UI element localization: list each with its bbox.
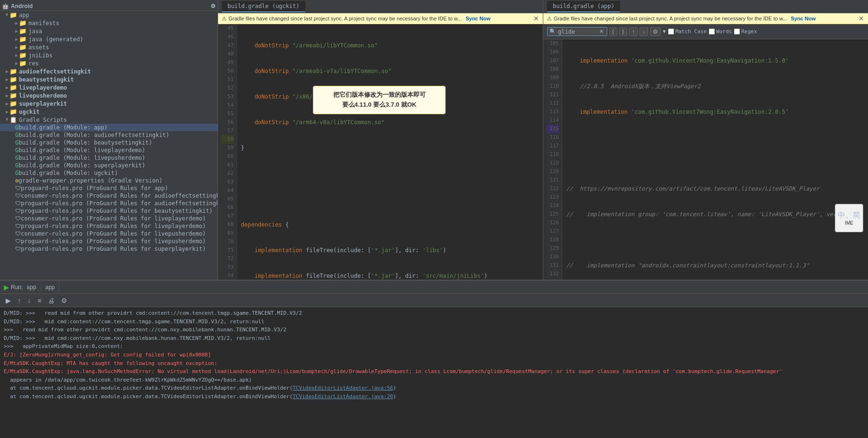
sync-now-button[interactable]: Sync Now — [466, 16, 491, 21]
run-tab[interactable]: ▶ Run: app | app — [0, 281, 59, 293]
sidebar-item-proguard-super[interactable]: 🛡 proguard-rules.pro (ProGuard Rules for… — [0, 245, 218, 253]
sidebar-item-build-ugc[interactable]: G build.gradle (Module: ugckit) — [0, 169, 218, 177]
tab-build-gradle-ugckit[interactable]: build.gradle (ugckit) — [222, 1, 305, 12]
regex-label: Regex — [741, 28, 757, 35]
soft-wrap-button[interactable]: ≡ — [36, 296, 43, 305]
sidebar-item-proguard-beauty[interactable]: 🛡 proguard-rules.pro (ProGuard Rules for… — [0, 207, 218, 215]
scroll-up-button[interactable]: ↑ — [16, 296, 23, 305]
code-line: // https://mvnrepository.com/artifact/co… — [566, 184, 864, 193]
words-option[interactable]: Words — [709, 28, 732, 35]
sidebar-item-consumer-livepush[interactable]: 🛡 consumer-rules.pro (ProGuard Rules for… — [0, 230, 218, 237]
sidebar-item-label: assets — [28, 44, 49, 51]
sidebar-item-label: java (generated) — [28, 36, 83, 43]
line-numbers-right: 105 106 107 108 109 110 111 112 113 114 … — [543, 39, 562, 280]
sidebar-item-build-audio[interactable]: G build.gradle (Module: audioeffectsetti… — [0, 131, 218, 139]
sidebar-item-manifests[interactable]: ▶ 📁 manifests — [0, 19, 218, 27]
tab-build-gradle-app[interactable]: build.gradle (app) — [547, 1, 620, 12]
words-checkbox[interactable] — [709, 28, 715, 35]
close-warning-right-button[interactable]: ✕ — [859, 15, 864, 22]
sidebar-item-label: app — [19, 12, 29, 18]
arrow-icon: ▶ — [15, 20, 18, 26]
sidebar-item-java-gen[interactable]: ▶ 📁 java (generated) — [0, 35, 218, 43]
search-prev-occurrence-button[interactable]: ⟨ — [609, 27, 617, 36]
log-line: >>> appPrivateMidMap size:0,content: — [4, 342, 864, 351]
match-case-checkbox[interactable] — [668, 28, 674, 35]
search-settings-button[interactable]: ⚙ — [650, 27, 661, 36]
sidebar-item-proguard-audio[interactable]: 🛡 proguard-rules.pro (ProGuard Rules for… — [0, 200, 218, 207]
sidebar-item-proguard-app[interactable]: 🛡 proguard-rules.pro (ProGuard Rules for… — [0, 184, 218, 192]
search-filter-icon[interactable]: ▼ — [663, 28, 666, 35]
search-input[interactable] — [558, 28, 596, 35]
log-area[interactable]: D/MID: >>> read mid from other providrt … — [0, 307, 868, 438]
log-link-1[interactable]: TCVideoEditorListAdapter.java:56 — [292, 385, 393, 391]
sidebar-item-gradle-wrapper[interactable]: ⚙ gradle-wrapper.properties (Gradle Vers… — [0, 177, 218, 184]
tab-label: build.gradle (ugckit) — [228, 3, 300, 9]
sidebar-item-audioeffect[interactable]: ▶ 📁 audioeffectsettingkit — [0, 67, 218, 75]
sidebar-item-jnilibs[interactable]: ▶ 📁 jniLibs — [0, 51, 218, 59]
sidebar-item-build-livepush[interactable]: G build.gradle (Module: livepusherdemo) — [0, 154, 218, 162]
sidebar-item-build-live[interactable]: G build.gradle (Module: liveplayerdemo) — [0, 146, 218, 154]
run-button[interactable]: ▶ — [4, 296, 13, 305]
sidebar-item-label: Gradle Scripts — [19, 117, 67, 123]
code-area-right[interactable]: implementation 'com.github.Vincent7Wong:… — [562, 39, 868, 280]
search-prev-occurrence-button2[interactable]: ↑ — [629, 27, 638, 36]
bottom-toolbar: ▶ ↑ ↓ ≡ 🖨 ⚙ — [0, 294, 868, 307]
floating-widget[interactable]: 中。简 IME — [835, 204, 863, 232]
sidebar-item-build-super[interactable]: G build.gradle (Module: superplayerkit) — [0, 162, 218, 169]
sidebar-item-label: build.gradle (Module: ugckit) — [18, 170, 118, 176]
sidebar-item-livepusherdemo[interactable]: ▶ 📁 livepusherdemo — [0, 91, 218, 100]
folder-icon: 📋 — [9, 116, 17, 123]
clear-search-button[interactable]: ✕ — [598, 28, 605, 35]
sidebar-item-proguard-live[interactable]: 🛡 proguard-rules.pro (ProGuard Rules for… — [0, 222, 218, 230]
scroll-down-button[interactable]: ↓ — [26, 296, 33, 305]
floating-widget-label: IME — [845, 220, 853, 226]
arrow-icon: ▶ — [15, 61, 18, 66]
sidebar-item-build-app[interactable]: G build.gradle (Module: app) — [0, 124, 218, 131]
sidebar-item-label: build.gradle (Module: audioeffectsetting… — [18, 132, 169, 138]
settings-button[interactable]: ⚙ — [59, 296, 69, 305]
log-line: appears in /data/app/com.twiceok.threefe… — [4, 376, 864, 384]
sidebar-item-liveplayerdemo[interactable]: ▶ 📁 liveplayerdemo — [0, 83, 218, 91]
editor-panel-left: build.gradle (ugckit) ⚠ Gradle files hav… — [218, 0, 543, 280]
sidebar-item-build-beauty[interactable]: G build.gradle (Module: beautysettingkit… — [0, 139, 218, 146]
match-case-option[interactable]: Match Case — [668, 28, 707, 35]
gradle-icon: G — [15, 155, 18, 161]
search-next-occurrence-button2[interactable]: ↓ — [640, 27, 648, 36]
sidebar-item-java[interactable]: ▶ 📁 java — [0, 27, 218, 35]
sidebar-item-res[interactable]: ▶ 📁 res — [0, 59, 218, 67]
sidebar-item-superplayerkit[interactable]: ▶ 📁 superplayerkit — [0, 100, 218, 108]
regex-option[interactable]: Regex — [734, 28, 757, 35]
arrow-icon: ▶ — [6, 85, 9, 90]
sidebar-item-consumer-live[interactable]: 🛡 consumer-rules.pro (ProGuard Rules for… — [0, 215, 218, 222]
sidebar-item-label: gradle-wrapper.properties (Gradle Versio… — [18, 177, 162, 184]
sidebar-item-proguard-livepush[interactable]: 🛡 proguard-rules.pro (ProGuard Rules for… — [0, 237, 218, 245]
sidebar-item-label: proguard-rules.pro (ProGuard Rules for s… — [21, 246, 206, 252]
sidebar-item-app[interactable]: ▶ 📁 app — [0, 11, 218, 19]
editor-content-left[interactable]: 45 46 47 48 49 50 51 52 53 54 55 56 57 5… — [218, 24, 543, 280]
sidebar-item-beauty[interactable]: ▶ 📁 beautysettingkit — [0, 75, 218, 83]
arrow-icon: ▶ — [15, 45, 18, 50]
close-warning-button[interactable]: ✕ — [533, 15, 539, 22]
search-icon: 🔍 — [549, 28, 556, 35]
sidebar-item-label: superplayerkit — [19, 100, 67, 107]
search-input-wrap: 🔍 ✕ — [547, 27, 607, 36]
sidebar-item-label: build.gradle (Module: beautysettingkit) — [18, 139, 152, 146]
code-line: dependencies { — [241, 220, 539, 229]
sidebar-item-label: proguard-rules.pro (ProGuard Rules for l… — [21, 238, 206, 245]
print-button[interactable]: 🖨 — [46, 296, 56, 305]
folder-icon: 📁 — [19, 44, 27, 51]
sidebar-item-gradle-scripts[interactable]: ▶ 📋 Gradle Scripts — [0, 116, 218, 124]
code-line — [566, 236, 864, 244]
sidebar-android-root[interactable]: 🤖 Android ⚙ — [0, 2, 218, 11]
regex-checkbox[interactable] — [734, 28, 740, 35]
log-link-2[interactable]: TCVideoEditorListAdapter.java:20 — [292, 393, 393, 400]
sidebar-item-assets[interactable]: ▶ 📁 assets — [0, 43, 218, 51]
code-line: // implementation "androidx.constraintla… — [566, 261, 864, 270]
sync-now-button-right[interactable]: Sync Now — [791, 16, 816, 21]
sync-icon[interactable]: ⚙ — [210, 3, 216, 9]
sidebar-item-ugckit[interactable]: ▶ 📁 ugckit — [0, 108, 218, 116]
search-next-occurrence-button[interactable]: ⟩ — [619, 27, 627, 36]
code-area-left[interactable]: doNotStrip "/armeabi/libYTCommon.so" doN… — [237, 24, 543, 280]
sidebar-item-consumer-audio[interactable]: 🛡 consumer-rules.pro (ProGuard Rules for… — [0, 192, 218, 200]
editor-content-right[interactable]: 105 106 107 108 109 110 111 112 113 114 … — [543, 39, 868, 280]
